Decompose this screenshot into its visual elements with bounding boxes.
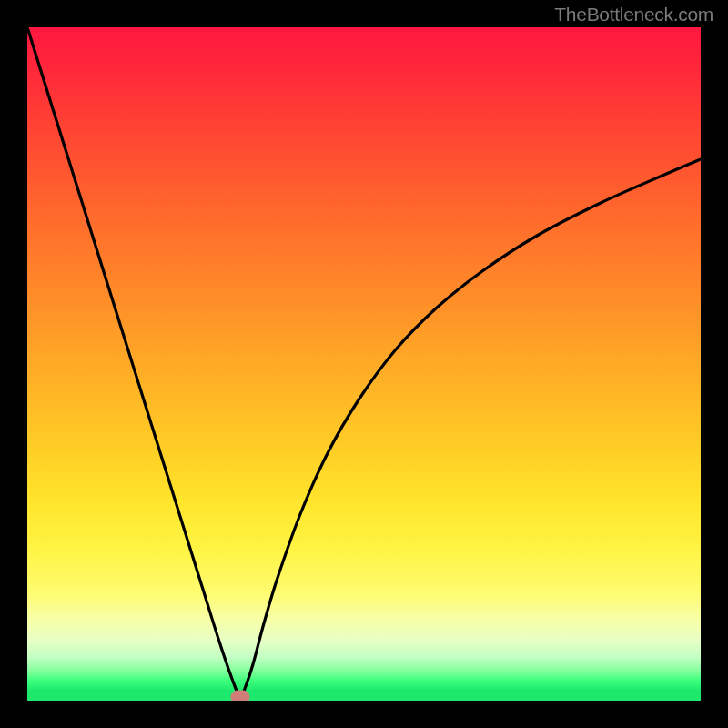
chart-frame: TheBottleneck.com	[0, 0, 728, 728]
plot-area	[27, 27, 701, 701]
attribution-label: TheBottleneck.com	[554, 4, 713, 25]
bottleneck-curve	[27, 27, 701, 701]
minimum-marker	[231, 691, 250, 702]
